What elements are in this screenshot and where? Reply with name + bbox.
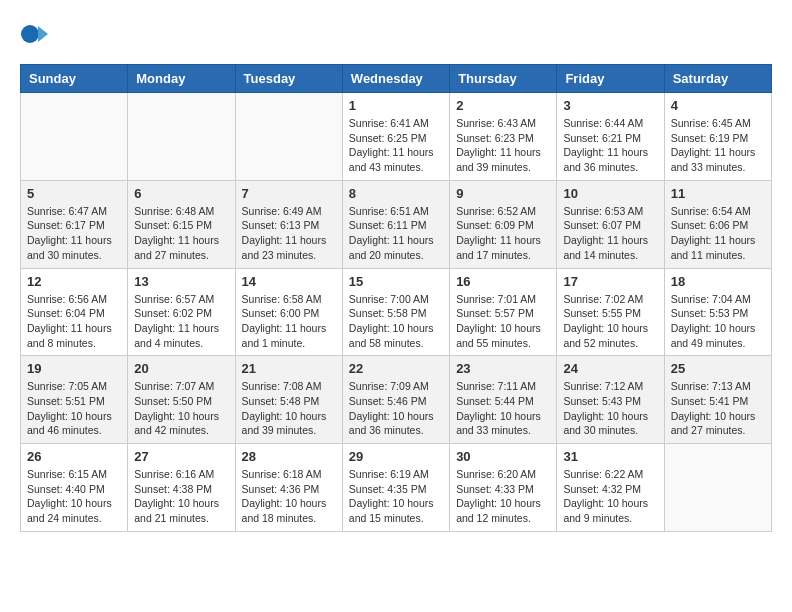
week-row-3: 12Sunrise: 6:56 AMSunset: 6:04 PMDayligh… bbox=[21, 268, 772, 356]
day-cell: 1Sunrise: 6:41 AMSunset: 6:25 PMDaylight… bbox=[342, 93, 449, 181]
day-cell: 22Sunrise: 7:09 AMSunset: 5:46 PMDayligh… bbox=[342, 356, 449, 444]
day-number: 10 bbox=[563, 186, 657, 201]
weekday-header-row: SundayMondayTuesdayWednesdayThursdayFrid… bbox=[21, 65, 772, 93]
weekday-tuesday: Tuesday bbox=[235, 65, 342, 93]
logo-icon bbox=[20, 20, 48, 48]
day-cell: 25Sunrise: 7:13 AMSunset: 5:41 PMDayligh… bbox=[664, 356, 771, 444]
day-number: 13 bbox=[134, 274, 228, 289]
day-info: Sunrise: 7:12 AMSunset: 5:43 PMDaylight:… bbox=[563, 379, 657, 438]
day-cell bbox=[235, 93, 342, 181]
day-number: 29 bbox=[349, 449, 443, 464]
day-number: 2 bbox=[456, 98, 550, 113]
day-number: 15 bbox=[349, 274, 443, 289]
day-number: 20 bbox=[134, 361, 228, 376]
day-info: Sunrise: 7:09 AMSunset: 5:46 PMDaylight:… bbox=[349, 379, 443, 438]
day-number: 14 bbox=[242, 274, 336, 289]
day-cell: 7Sunrise: 6:49 AMSunset: 6:13 PMDaylight… bbox=[235, 180, 342, 268]
week-row-5: 26Sunrise: 6:15 AMSunset: 4:40 PMDayligh… bbox=[21, 444, 772, 532]
day-info: Sunrise: 6:47 AMSunset: 6:17 PMDaylight:… bbox=[27, 204, 121, 263]
day-number: 5 bbox=[27, 186, 121, 201]
day-info: Sunrise: 6:43 AMSunset: 6:23 PMDaylight:… bbox=[456, 116, 550, 175]
day-info: Sunrise: 6:15 AMSunset: 4:40 PMDaylight:… bbox=[27, 467, 121, 526]
day-number: 11 bbox=[671, 186, 765, 201]
day-cell: 29Sunrise: 6:19 AMSunset: 4:35 PMDayligh… bbox=[342, 444, 449, 532]
day-number: 6 bbox=[134, 186, 228, 201]
day-info: Sunrise: 6:51 AMSunset: 6:11 PMDaylight:… bbox=[349, 204, 443, 263]
day-cell: 5Sunrise: 6:47 AMSunset: 6:17 PMDaylight… bbox=[21, 180, 128, 268]
day-cell bbox=[128, 93, 235, 181]
day-cell: 16Sunrise: 7:01 AMSunset: 5:57 PMDayligh… bbox=[450, 268, 557, 356]
day-number: 3 bbox=[563, 98, 657, 113]
day-number: 30 bbox=[456, 449, 550, 464]
day-number: 4 bbox=[671, 98, 765, 113]
day-info: Sunrise: 7:02 AMSunset: 5:55 PMDaylight:… bbox=[563, 292, 657, 351]
weekday-friday: Friday bbox=[557, 65, 664, 93]
day-cell: 19Sunrise: 7:05 AMSunset: 5:51 PMDayligh… bbox=[21, 356, 128, 444]
day-info: Sunrise: 6:22 AMSunset: 4:32 PMDaylight:… bbox=[563, 467, 657, 526]
day-info: Sunrise: 6:52 AMSunset: 6:09 PMDaylight:… bbox=[456, 204, 550, 263]
day-number: 8 bbox=[349, 186, 443, 201]
week-row-4: 19Sunrise: 7:05 AMSunset: 5:51 PMDayligh… bbox=[21, 356, 772, 444]
day-info: Sunrise: 7:05 AMSunset: 5:51 PMDaylight:… bbox=[27, 379, 121, 438]
day-cell: 17Sunrise: 7:02 AMSunset: 5:55 PMDayligh… bbox=[557, 268, 664, 356]
day-number: 7 bbox=[242, 186, 336, 201]
day-cell: 4Sunrise: 6:45 AMSunset: 6:19 PMDaylight… bbox=[664, 93, 771, 181]
day-cell: 8Sunrise: 6:51 AMSunset: 6:11 PMDaylight… bbox=[342, 180, 449, 268]
day-number: 21 bbox=[242, 361, 336, 376]
day-number: 18 bbox=[671, 274, 765, 289]
day-cell: 28Sunrise: 6:18 AMSunset: 4:36 PMDayligh… bbox=[235, 444, 342, 532]
day-number: 27 bbox=[134, 449, 228, 464]
day-cell: 23Sunrise: 7:11 AMSunset: 5:44 PMDayligh… bbox=[450, 356, 557, 444]
day-cell: 3Sunrise: 6:44 AMSunset: 6:21 PMDaylight… bbox=[557, 93, 664, 181]
day-cell: 13Sunrise: 6:57 AMSunset: 6:02 PMDayligh… bbox=[128, 268, 235, 356]
day-info: Sunrise: 6:44 AMSunset: 6:21 PMDaylight:… bbox=[563, 116, 657, 175]
svg-marker-1 bbox=[38, 26, 48, 42]
day-number: 19 bbox=[27, 361, 121, 376]
day-info: Sunrise: 6:45 AMSunset: 6:19 PMDaylight:… bbox=[671, 116, 765, 175]
weekday-sunday: Sunday bbox=[21, 65, 128, 93]
day-number: 24 bbox=[563, 361, 657, 376]
day-cell bbox=[21, 93, 128, 181]
day-cell: 31Sunrise: 6:22 AMSunset: 4:32 PMDayligh… bbox=[557, 444, 664, 532]
day-number: 25 bbox=[671, 361, 765, 376]
day-info: Sunrise: 7:04 AMSunset: 5:53 PMDaylight:… bbox=[671, 292, 765, 351]
day-info: Sunrise: 7:08 AMSunset: 5:48 PMDaylight:… bbox=[242, 379, 336, 438]
day-number: 31 bbox=[563, 449, 657, 464]
day-number: 26 bbox=[27, 449, 121, 464]
day-info: Sunrise: 6:18 AMSunset: 4:36 PMDaylight:… bbox=[242, 467, 336, 526]
day-cell: 12Sunrise: 6:56 AMSunset: 6:04 PMDayligh… bbox=[21, 268, 128, 356]
day-number: 22 bbox=[349, 361, 443, 376]
day-cell: 11Sunrise: 6:54 AMSunset: 6:06 PMDayligh… bbox=[664, 180, 771, 268]
weekday-thursday: Thursday bbox=[450, 65, 557, 93]
day-number: 28 bbox=[242, 449, 336, 464]
day-cell: 26Sunrise: 6:15 AMSunset: 4:40 PMDayligh… bbox=[21, 444, 128, 532]
day-number: 16 bbox=[456, 274, 550, 289]
day-info: Sunrise: 7:13 AMSunset: 5:41 PMDaylight:… bbox=[671, 379, 765, 438]
day-info: Sunrise: 6:19 AMSunset: 4:35 PMDaylight:… bbox=[349, 467, 443, 526]
week-row-2: 5Sunrise: 6:47 AMSunset: 6:17 PMDaylight… bbox=[21, 180, 772, 268]
day-number: 1 bbox=[349, 98, 443, 113]
day-cell: 10Sunrise: 6:53 AMSunset: 6:07 PMDayligh… bbox=[557, 180, 664, 268]
day-info: Sunrise: 6:49 AMSunset: 6:13 PMDaylight:… bbox=[242, 204, 336, 263]
day-info: Sunrise: 6:20 AMSunset: 4:33 PMDaylight:… bbox=[456, 467, 550, 526]
weekday-wednesday: Wednesday bbox=[342, 65, 449, 93]
day-info: Sunrise: 7:00 AMSunset: 5:58 PMDaylight:… bbox=[349, 292, 443, 351]
week-row-1: 1Sunrise: 6:41 AMSunset: 6:25 PMDaylight… bbox=[21, 93, 772, 181]
day-cell: 2Sunrise: 6:43 AMSunset: 6:23 PMDaylight… bbox=[450, 93, 557, 181]
weekday-saturday: Saturday bbox=[664, 65, 771, 93]
day-info: Sunrise: 6:53 AMSunset: 6:07 PMDaylight:… bbox=[563, 204, 657, 263]
day-cell: 20Sunrise: 7:07 AMSunset: 5:50 PMDayligh… bbox=[128, 356, 235, 444]
day-cell: 27Sunrise: 6:16 AMSunset: 4:38 PMDayligh… bbox=[128, 444, 235, 532]
day-info: Sunrise: 6:57 AMSunset: 6:02 PMDaylight:… bbox=[134, 292, 228, 351]
day-cell: 6Sunrise: 6:48 AMSunset: 6:15 PMDaylight… bbox=[128, 180, 235, 268]
day-info: Sunrise: 6:41 AMSunset: 6:25 PMDaylight:… bbox=[349, 116, 443, 175]
day-info: Sunrise: 7:07 AMSunset: 5:50 PMDaylight:… bbox=[134, 379, 228, 438]
day-info: Sunrise: 6:16 AMSunset: 4:38 PMDaylight:… bbox=[134, 467, 228, 526]
day-number: 17 bbox=[563, 274, 657, 289]
day-number: 23 bbox=[456, 361, 550, 376]
svg-point-0 bbox=[21, 25, 39, 43]
day-info: Sunrise: 6:54 AMSunset: 6:06 PMDaylight:… bbox=[671, 204, 765, 263]
day-info: Sunrise: 7:01 AMSunset: 5:57 PMDaylight:… bbox=[456, 292, 550, 351]
day-cell: 14Sunrise: 6:58 AMSunset: 6:00 PMDayligh… bbox=[235, 268, 342, 356]
day-cell: 15Sunrise: 7:00 AMSunset: 5:58 PMDayligh… bbox=[342, 268, 449, 356]
